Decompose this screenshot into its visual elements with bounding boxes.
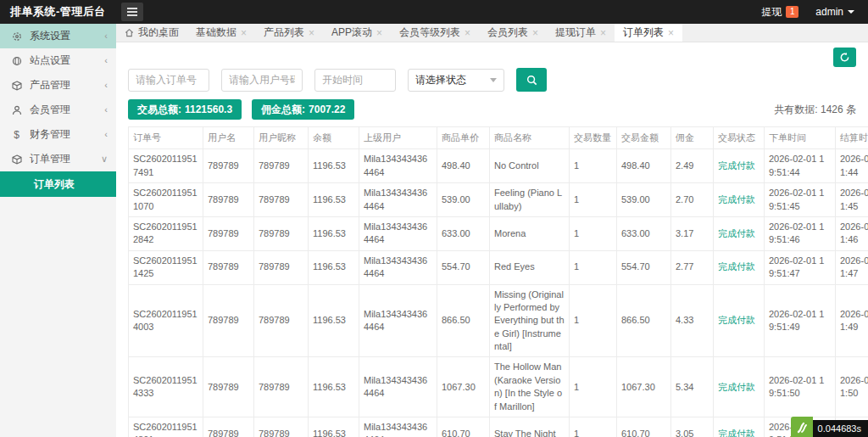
sidebar-item-site-settings[interactable]: 站点设置 ‹ xyxy=(0,48,116,73)
col-header: 订单号 xyxy=(129,127,203,149)
cell-amount: 1067.30 xyxy=(617,357,671,417)
cell-parent-user: Mila1343434364464 xyxy=(359,216,437,250)
close-icon[interactable]: × xyxy=(465,28,470,38)
cell-settle-time: 2026-02-01 19:51:47 xyxy=(836,250,868,284)
col-header: 交易状态 xyxy=(714,127,765,149)
col-header: 商品名称 xyxy=(490,127,570,149)
col-header: 商品单价 xyxy=(437,127,490,149)
cell-username: 789789 xyxy=(203,149,254,183)
cell-order-no: SC26020119512842 xyxy=(129,216,203,250)
commission-total-value: 7007.22 xyxy=(309,104,345,115)
tab-basic-data[interactable]: 基础数据 × xyxy=(187,24,255,42)
close-icon[interactable]: × xyxy=(241,28,247,38)
sidebar-item-product-management[interactable]: 产品管理 ‹ xyxy=(0,73,116,98)
table-row: SC26020119512842 789789 789789 1196.53 M… xyxy=(129,216,868,250)
tab-desktop[interactable]: 我的桌面 xyxy=(116,24,187,42)
cell-quantity: 1 xyxy=(570,284,617,357)
search-button[interactable] xyxy=(516,68,547,92)
cell-order-time: 2026-02-01 19:51:46 xyxy=(765,216,836,250)
close-icon[interactable]: × xyxy=(668,28,674,38)
cell-status: 完成付款 xyxy=(714,250,765,284)
thinkphp-logo-icon xyxy=(791,417,813,437)
username: admin xyxy=(815,6,843,18)
cell-order-no: SC26020119514003 xyxy=(129,284,203,357)
cell-nickname: 789789 xyxy=(254,216,309,250)
cell-amount: 554.70 xyxy=(617,250,671,284)
sidebar-item-label: 系统设置 xyxy=(30,29,70,43)
cell-balance: 1196.53 xyxy=(309,250,359,284)
col-header: 结算时间 xyxy=(836,127,868,149)
cell-parent-user: Mila1343434364464 xyxy=(359,183,437,217)
site-icon xyxy=(11,55,22,66)
tab-member-level-list[interactable]: 会员等级列表 × xyxy=(391,24,479,42)
chevron-left-icon: ‹ xyxy=(104,56,108,65)
member-icon xyxy=(11,104,22,115)
cell-balance: 1196.53 xyxy=(309,183,359,217)
col-header: 佣金 xyxy=(671,127,714,149)
start-time-input[interactable] xyxy=(314,69,396,92)
cell-order-time: 2026-02-01 19:51:50 xyxy=(765,357,836,417)
order-no-input[interactable] xyxy=(128,69,209,92)
cell-status: 完成付款 xyxy=(714,216,765,250)
chevron-left-icon: ‹ xyxy=(104,31,108,41)
summary-row: 交易总额: 1121560.3 佣金总额: 7007.22 共有数据: 1426… xyxy=(128,99,868,120)
cell-balance: 1196.53 xyxy=(309,357,359,417)
cell-balance: 1196.53 xyxy=(309,216,359,250)
cell-settle-time: 2026-02-01 19:51:44 xyxy=(836,149,868,183)
cell-quantity: 1 xyxy=(570,149,617,183)
cell-status: 完成付款 xyxy=(714,357,765,417)
trace-console-button[interactable]: 0.044683s xyxy=(791,417,868,437)
cell-commission: 3.17 xyxy=(671,216,714,250)
close-icon[interactable]: × xyxy=(376,28,382,38)
tab-label: 会员列表 xyxy=(487,25,528,40)
search-icon xyxy=(526,75,537,86)
tab-withdraw-orders[interactable]: 提现订单 × xyxy=(547,24,615,42)
orders-table: 订单号 用户名 用户昵称 余额 上级用户 商品单价 商品名称 交易数量 交易金额… xyxy=(128,126,868,437)
cell-settle-time: 2026-02-01 19:51:50 xyxy=(836,357,868,417)
status-select[interactable]: 请选择状态 xyxy=(408,69,504,92)
col-header: 上级用户 xyxy=(359,127,437,149)
cell-product-name: Stay The Night xyxy=(490,417,570,437)
col-header: 下单时间 xyxy=(765,127,836,149)
sidebar-item-order-management[interactable]: 订单管理 ∨ xyxy=(0,147,116,171)
cell-status: 完成付款 xyxy=(714,149,765,183)
cell-nickname: 789789 xyxy=(254,149,309,183)
withdraw-notification[interactable]: 提现 1 xyxy=(761,5,798,20)
cell-commission: 2.70 xyxy=(671,183,714,217)
user-no-input[interactable] xyxy=(221,69,303,92)
cell-order-time: 2026-02-01 19:51:49 xyxy=(765,284,836,357)
cell-unit-price: 554.70 xyxy=(437,250,490,284)
tab-order-list[interactable]: 订单列表 × xyxy=(615,24,682,42)
cell-balance: 1196.53 xyxy=(309,284,359,357)
sidebar-item-member-management[interactable]: 会员管理 ‹ xyxy=(0,98,116,122)
tab-label: 会员等级列表 xyxy=(399,25,460,40)
close-icon[interactable]: × xyxy=(600,28,606,38)
withdraw-label: 提现 xyxy=(761,5,782,20)
close-icon[interactable]: × xyxy=(309,28,314,38)
col-header: 交易金额 xyxy=(617,127,671,149)
tab-member-list[interactable]: 会员列表 × xyxy=(479,24,547,42)
tab-app-scroll[interactable]: APP滚动 × xyxy=(323,24,391,42)
close-icon[interactable]: × xyxy=(532,28,538,38)
cell-commission: 2.49 xyxy=(671,149,714,183)
chevron-down-icon xyxy=(848,10,854,14)
table-row: SC26020119514003 789789 789789 1196.53 M… xyxy=(129,284,868,357)
cell-quantity: 1 xyxy=(570,216,617,250)
cell-unit-price: 633.00 xyxy=(437,216,490,250)
sidebar-item-finance-management[interactable]: $ 财务管理 ‹ xyxy=(0,122,116,147)
cell-order-no: SC26020119517491 xyxy=(129,149,203,183)
tab-product-list[interactable]: 产品列表 × xyxy=(255,24,323,42)
chevron-down-icon xyxy=(490,78,497,82)
sidebar-item-system-settings[interactable]: 系统设置 ‹ xyxy=(0,24,116,48)
cell-quantity: 1 xyxy=(570,183,617,217)
sidebar-subitem-order-list[interactable]: 订单列表 xyxy=(0,171,116,197)
refresh-button[interactable] xyxy=(833,48,856,67)
cell-product-name: No Control xyxy=(490,149,570,183)
user-menu[interactable]: admin xyxy=(815,6,854,18)
cell-quantity: 1 xyxy=(570,357,617,417)
sidebar-toggle-button[interactable] xyxy=(121,3,143,21)
cell-username: 789789 xyxy=(203,216,254,250)
sidebar-item-label: 会员管理 xyxy=(30,103,70,117)
cell-parent-user: Mila1343434364464 xyxy=(359,417,437,437)
cell-status: 完成付款 xyxy=(714,183,765,217)
